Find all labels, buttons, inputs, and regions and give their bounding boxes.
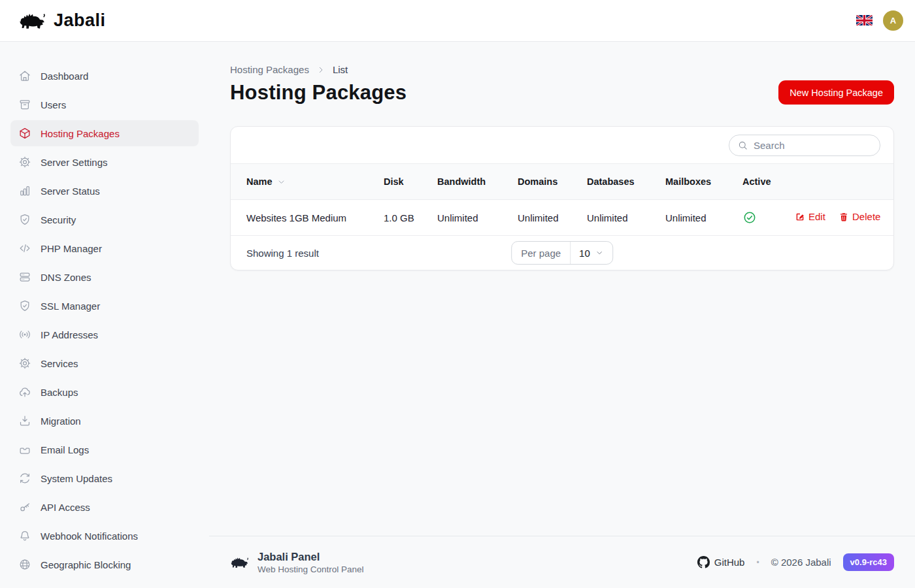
footer-brand-name: Jabali Panel xyxy=(258,551,364,563)
edit-pencil-icon xyxy=(795,212,805,222)
sidebar-item-label: PHP Manager xyxy=(41,243,102,254)
sidebar-item-server-status[interactable]: Server Status xyxy=(10,178,199,204)
cell-name: Websites 1GB Medium xyxy=(231,200,384,236)
new-hosting-package-button[interactable]: New Hosting Package xyxy=(778,80,894,105)
breadcrumb: Hosting Packages List xyxy=(230,64,894,75)
bell-icon xyxy=(18,529,31,542)
top-header: Jabali A xyxy=(0,0,915,42)
column-header-name: Name xyxy=(231,164,384,200)
sidebar-item-system-updates[interactable]: System Updates xyxy=(10,465,199,491)
per-page-label: Per page xyxy=(512,242,571,264)
github-icon xyxy=(697,556,710,568)
sidebar-item-label: System Updates xyxy=(41,473,112,484)
cell-disk: 1.0 GB xyxy=(384,200,437,236)
sidebar-item-security[interactable]: Security xyxy=(10,206,199,233)
sidebar-item-label: Server Settings xyxy=(41,157,108,168)
home-icon xyxy=(18,69,31,82)
sidebar-item-label: Webhook Notifications xyxy=(41,531,138,542)
shield-icon xyxy=(18,213,31,226)
shield-icon xyxy=(18,299,31,312)
sort-by-name[interactable]: Name xyxy=(246,176,373,187)
sidebar-item-label: IP Addresses xyxy=(41,329,98,340)
column-header-active: Active xyxy=(742,164,795,200)
language-uk-flag-icon[interactable] xyxy=(856,15,873,27)
chevron-down-icon xyxy=(595,248,604,257)
copyright-text: © 2026 Jabali xyxy=(771,557,831,568)
signal-icon xyxy=(18,328,31,341)
github-label: GitHub xyxy=(714,557,745,568)
breadcrumb-parent[interactable]: Hosting Packages xyxy=(230,64,309,75)
sidebar-item-users[interactable]: Users xyxy=(10,91,199,118)
sidebar-item-webhook-notifications[interactable]: Webhook Notifications xyxy=(10,523,199,549)
sidebar-item-ssl-manager[interactable]: SSL Manager xyxy=(10,293,199,319)
sidebar-item-label: API Access xyxy=(41,502,90,513)
globe-icon xyxy=(18,558,31,571)
edit-button[interactable]: Edit xyxy=(795,211,825,222)
user-avatar[interactable]: A xyxy=(883,10,903,31)
sidebar-item-server-settings[interactable]: Server Settings xyxy=(10,149,199,175)
rotate-icon xyxy=(18,472,31,485)
users-icon xyxy=(18,98,31,111)
server-icon xyxy=(18,270,31,284)
breadcrumb-current[interactable]: List xyxy=(333,64,348,75)
table-row: Websites 1GB Medium 1.0 GB Unlimited Unl… xyxy=(231,200,893,236)
sidebar-item-services[interactable]: Services xyxy=(10,350,199,376)
sidebar-item-label: Services xyxy=(41,358,78,369)
inbox-icon xyxy=(18,443,31,456)
sidebar-item-label: Server Status xyxy=(41,186,100,197)
delete-button[interactable]: Delete xyxy=(839,211,880,222)
cell-actions: Edit Delete xyxy=(795,200,893,236)
search-box xyxy=(729,135,880,156)
sidebar-item-label: SSL Manager xyxy=(41,301,100,312)
cell-bandwidth: Unlimited xyxy=(437,200,518,236)
cloud-up-icon xyxy=(18,385,31,399)
sidebar-item-ip-addresses[interactable]: IP Addresses xyxy=(10,321,199,348)
sidebar-item-label: Migration xyxy=(41,416,81,427)
per-page-select[interactable]: 10 xyxy=(571,242,612,264)
packages-card: Name Disk Bandwidth Domains Databases Ma… xyxy=(230,126,894,270)
version-badge[interactable]: v0.9-rc43 xyxy=(843,553,894,571)
footer-separator: • xyxy=(756,558,759,567)
column-header-bandwidth: Bandwidth xyxy=(437,164,518,200)
download-icon xyxy=(18,414,31,427)
cube-icon xyxy=(18,127,31,140)
cell-domains: Unlimited xyxy=(518,200,587,236)
footer-tagline: Web Hosting Control Panel xyxy=(258,564,364,574)
active-check-circle-icon xyxy=(742,210,757,225)
column-header-databases: Databases xyxy=(587,164,665,200)
brand-logo[interactable]: Jabali xyxy=(18,10,106,32)
page-title: Hosting Packages xyxy=(230,81,407,105)
sidebar-item-label: Backups xyxy=(41,387,78,398)
sidebar-item-migration[interactable]: Migration xyxy=(10,408,199,434)
sidebar-item-hosting-packages[interactable]: Hosting Packages xyxy=(10,120,199,146)
sidebar-item-php-manager[interactable]: PHP Manager xyxy=(10,235,199,261)
packages-table: Name Disk Bandwidth Domains Databases Ma… xyxy=(231,163,893,236)
sidebar-item-dashboard[interactable]: Dashboard xyxy=(10,63,199,89)
per-page-control: Per page 10 xyxy=(511,241,613,265)
chevron-down-icon xyxy=(276,177,286,187)
cell-active xyxy=(742,200,795,236)
search-input[interactable] xyxy=(754,140,884,151)
column-header-actions xyxy=(795,164,893,200)
column-header-domains: Domains xyxy=(518,164,587,200)
sidebar-item-backups[interactable]: Backups xyxy=(10,379,199,405)
brand-name: Jabali xyxy=(54,10,106,31)
code-icon xyxy=(18,242,31,255)
sidebar-item-label: Security xyxy=(41,214,76,225)
key-icon xyxy=(18,500,31,514)
sidebar-item-email-logs[interactable]: Email Logs xyxy=(10,436,199,463)
cell-databases: Unlimited xyxy=(587,200,665,236)
sidebar-item-label: Geographic Blocking xyxy=(41,559,131,570)
cell-mailboxes: Unlimited xyxy=(665,200,742,236)
trash-icon xyxy=(839,212,849,222)
sidebar-item-api-access[interactable]: API Access xyxy=(10,494,199,520)
sidebar-item-geographic-blocking[interactable]: Geographic Blocking xyxy=(10,551,199,578)
sidebar-item-dns-zones[interactable]: DNS Zones xyxy=(10,264,199,290)
boar-logo-icon xyxy=(18,10,47,32)
cog-icon xyxy=(18,357,31,370)
search-icon xyxy=(737,140,748,151)
sidebar-item-label: DNS Zones xyxy=(41,272,92,283)
sidebar-nav: DashboardUsersHosting PackagesServer Set… xyxy=(0,42,209,588)
sidebar-item-label: Hosting Packages xyxy=(41,128,120,139)
github-link[interactable]: GitHub xyxy=(697,556,745,568)
